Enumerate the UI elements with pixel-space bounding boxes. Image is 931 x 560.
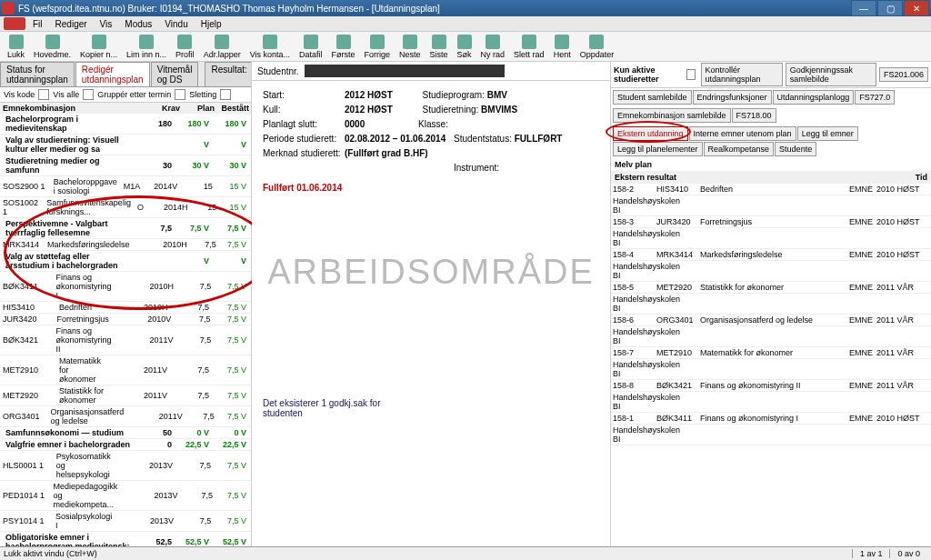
menu-vis[interactable]: Vis: [95, 18, 118, 30]
menu-modus[interactable]: Modus: [119, 18, 157, 30]
toolbar-icon: [263, 35, 277, 49]
toolbar-icon: [45, 35, 60, 49]
ext-result-row[interactable]: 158-5MET2920Statistikk for økonomerEMNE2…: [611, 282, 931, 294]
toolbar-frste[interactable]: Første: [328, 34, 359, 60]
btn-kontroller[interactable]: Kontrollér utdanningsplan: [701, 63, 783, 86]
toolbar-icon: [403, 35, 417, 49]
ext-result-row[interactable]: Handelshøyskolen BI: [611, 326, 931, 347]
ext-result-row[interactable]: Handelshøyskolen BI: [611, 261, 931, 282]
toolbar-liminnn[interactable]: Lim inn n...: [123, 34, 170, 60]
btn-studente[interactable]: Studente: [775, 142, 816, 156]
toolbar-icon: [457, 35, 472, 49]
toolbar-sk[interactable]: Søk: [454, 34, 476, 60]
maximize-button[interactable]: ▢: [877, 0, 903, 16]
ext-result-row[interactable]: Handelshøyskolen BI: [611, 228, 931, 249]
course-row[interactable]: PED1014 1Mediepedagogikk og mediekompeta…: [0, 481, 251, 511]
close-button[interactable]: ✕: [904, 0, 929, 16]
lbl-grupper: Gruppér etter termin: [97, 90, 171, 99]
group-header[interactable]: Perspektivemne - Valgbart tverrfaglig fe…: [0, 218, 251, 239]
ext-result-row[interactable]: 158-7MET2910Matematikk for økonomerEMNE2…: [611, 347, 931, 359]
tab-rediger[interactable]: Redigér utdanningsplan: [75, 62, 150, 86]
btn-interne[interactable]: Interne emner utenom plan: [689, 126, 796, 141]
window-title: FS (wefsprod.itea.ntnu.no) Bruker: I0194…: [18, 4, 440, 14]
course-row[interactable]: ORG3401Organisasjonsatferd og ledelse201…: [0, 406, 251, 427]
group-header[interactable]: Studieretning medier og samfunn3030 V30 …: [0, 155, 251, 176]
tab-vitnemal[interactable]: Vitnemål og DS: [151, 62, 199, 86]
center-panel: Studentnr. Start:2012 HØST Studieprogram…: [252, 62, 610, 548]
menu-hjelp[interactable]: Hjelp: [195, 18, 227, 30]
btn-emnekomb[interactable]: Emnekombinasjon samlebilde: [613, 108, 731, 123]
toolbar-slettrad[interactable]: Slett rad: [510, 34, 548, 60]
group-header[interactable]: Valgfrie emner i bachelorgraden022,5 V22…: [0, 439, 251, 451]
course-row[interactable]: HIS3410Bedriften2010H7,57,5 V: [0, 302, 251, 314]
btn-legg-plan[interactable]: Legg til planelementer: [613, 142, 703, 156]
toolbar-icon: [9, 35, 24, 49]
ext-result-row[interactable]: 158-1BØK3411Finans og økonomistyring IEM…: [611, 413, 931, 425]
toolbar-hent[interactable]: Hent: [550, 34, 575, 60]
course-row[interactable]: BØK3421Finans og økonomistyring II2011V7…: [0, 325, 251, 355]
menu-fil[interactable]: Fil: [27, 18, 48, 30]
btn-logg[interactable]: Utdanningsplanlogg: [773, 90, 855, 105]
toolbar-lukk[interactable]: Lukk: [4, 34, 28, 60]
toolbar-adrlapper[interactable]: Adr.lapper: [200, 34, 245, 60]
lbl-start: Start:: [263, 88, 345, 103]
ext-result-row[interactable]: Handelshøyskolen BI: [611, 425, 931, 445]
ext-result-row[interactable]: 158-6ORG3401Organisasjonsatferd og ledel…: [611, 315, 931, 326]
ext-result-row[interactable]: 158-4MRK3414MarkedsføringsledelseEMNE201…: [611, 249, 931, 261]
course-row[interactable]: PSY1014 1Sosialpsykologi I2013V7,57,5 V: [0, 511, 251, 532]
chk-grupper[interactable]: [175, 89, 185, 100]
toolbar-forrige[interactable]: Forrige: [361, 34, 395, 60]
btn-student-samlebilde[interactable]: Student samlebilde: [613, 90, 692, 105]
tab-resultat[interactable]: Resultat:: [205, 62, 252, 86]
chk-viskode[interactable]: [38, 89, 49, 100]
course-row[interactable]: MET2920Statistikk for økonomer2011V7,57,…: [0, 385, 251, 406]
ext-result-row[interactable]: Handelshøyskolen BI: [611, 195, 931, 216]
hdr-ekstern: Ekstern resultat: [615, 173, 676, 182]
btn-realkomp[interactable]: Realkompetanse: [704, 142, 775, 156]
course-row[interactable]: SOS1002 1Samfunnsvitenskapelig forskning…: [0, 197, 251, 218]
minimize-button[interactable]: —: [851, 0, 876, 16]
toolbar-nyrad[interactable]: Ny rad: [477, 34, 509, 60]
toolbar-datafil[interactable]: Datafil: [295, 34, 326, 60]
toolbar-kopiern[interactable]: Kopier n...: [76, 34, 121, 60]
course-row[interactable]: HLS0001 1Psykosomatikk og helsepsykologi…: [0, 451, 251, 481]
btn-legg-emner[interactable]: Legg til emner: [797, 126, 858, 141]
ext-result-row[interactable]: Handelshøyskolen BI: [611, 359, 931, 380]
btn-fs727[interactable]: FS727.0: [855, 90, 895, 105]
toolbar-viskonta[interactable]: Vis konta...: [246, 34, 294, 60]
toolbar-siste[interactable]: Siste: [426, 34, 452, 60]
toolbar-hovedme[interactable]: Hovedme.: [30, 34, 75, 60]
menu-vindu[interactable]: Vindu: [159, 18, 193, 30]
course-row[interactable]: JUR3420Forretningsjus2010V7,57,5 V: [0, 314, 251, 325]
course-row[interactable]: MET2910Matematikk for økonomer2011V7,57,…: [0, 355, 251, 385]
toolbar-icon: [555, 35, 569, 49]
ext-result-row[interactable]: 158-3JUR3420ForretningsjusEMNE2010 HØST: [611, 216, 931, 228]
ext-result-row[interactable]: 158-2HIS3410BedriftenEMNE2010 HØST: [611, 184, 931, 195]
chk-sletting[interactable]: [220, 89, 231, 100]
btn-endrings[interactable]: Endringsfunksjoner: [693, 90, 772, 105]
menu-rediger[interactable]: Rediger: [50, 18, 93, 30]
title-bar: FS (wefsprod.itea.ntnu.no) Bruker: I0194…: [0, 0, 931, 16]
course-row[interactable]: SOS2900 1Bacheloroppgave i sosiologiM1A2…: [0, 176, 251, 197]
group-header[interactable]: Samfunnsøkonomi — studium500 V0 V: [0, 427, 251, 439]
btn-fs201[interactable]: FS201.006: [879, 67, 928, 82]
chk-visalle[interactable]: [83, 89, 94, 100]
course-row[interactable]: MRK3414Markedsføringsledelse2010H7,57,5 …: [0, 239, 251, 251]
course-row[interactable]: BØK3411Finans og økonomistyring I2010H7,…: [0, 272, 251, 302]
group-header[interactable]: Valg av støttefag eller årsstudium i bac…: [0, 251, 251, 272]
ext-result-row[interactable]: 158-8BØK3421Finans og økonomistyring IIE…: [611, 380, 931, 392]
tab-status[interactable]: Status for utdanningsplan: [0, 62, 75, 86]
ext-result-row[interactable]: Handelshøyskolen BI: [611, 294, 931, 315]
toolbar-oppdater[interactable]: Oppdater: [576, 34, 618, 60]
chk-kun-aktive[interactable]: [686, 69, 696, 80]
group-header[interactable]: Bachelorprogram i medievitenskap180180 V…: [0, 114, 251, 135]
toolbar-neste[interactable]: Neste: [395, 34, 425, 60]
btn-fs718[interactable]: FS718.00: [732, 108, 776, 123]
btn-godkj[interactable]: Godkjenningssak samlebilde: [786, 63, 876, 86]
toolbar-icon: [522, 35, 536, 49]
hdr-emne: Emnekombinasjon: [0, 104, 147, 113]
btn-ekstern-utdanning[interactable]: Ekstern utdanning: [613, 126, 688, 141]
toolbar-profil[interactable]: Profil: [172, 34, 198, 60]
ext-result-row[interactable]: Handelshøyskolen BI: [611, 392, 931, 413]
group-header[interactable]: Valg av studieretning: Visuell kultur el…: [0, 135, 251, 155]
